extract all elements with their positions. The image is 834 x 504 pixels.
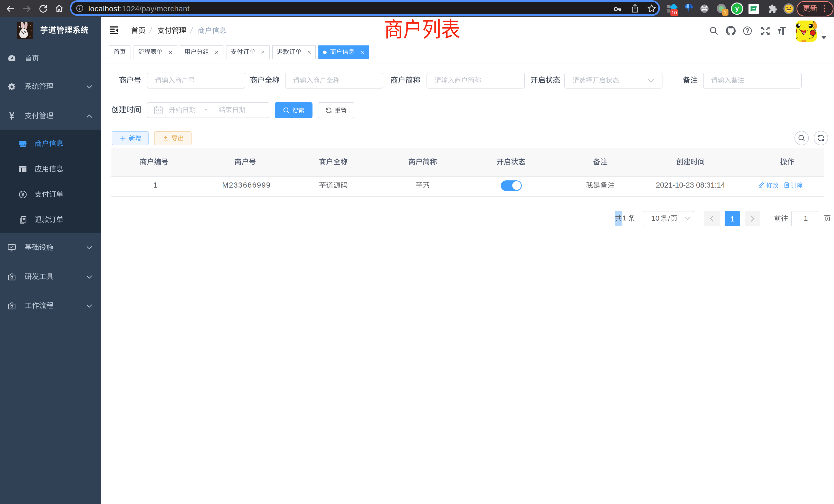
svg-text:10: 10	[672, 10, 677, 16]
svg-text:y: y	[736, 5, 739, 12]
svg-text:1: 1	[724, 10, 727, 15]
